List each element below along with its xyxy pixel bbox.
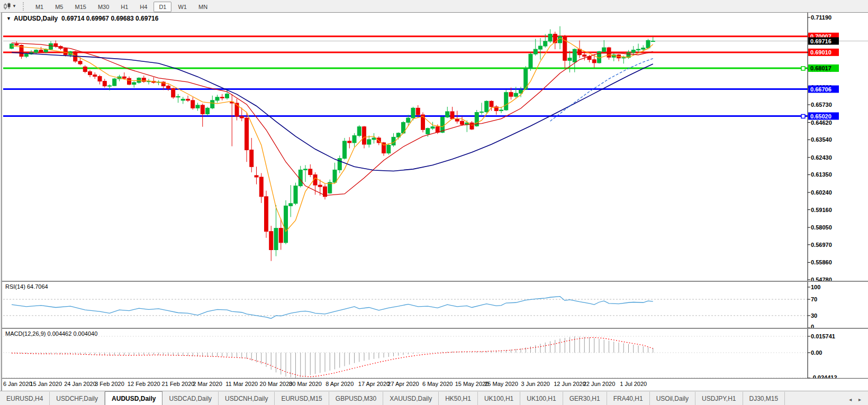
candle [500,110,503,111]
candle [206,108,210,114]
candle [103,81,106,86]
candle [348,141,351,143]
candle [450,112,454,119]
timeframe-button-m15[interactable]: M15 [69,2,91,12]
candle [128,78,131,84]
candle [509,93,513,97]
candle [171,88,175,97]
rsi-panel: RSI(14) 64.7064 10070300 [2,281,868,329]
date-axis-label: 2 Mar 2020 [193,381,222,387]
candle [504,93,508,110]
timeframe-button-h1[interactable]: H1 [115,2,133,12]
candle [416,108,420,115]
date-axis-label: 20 Mar 2020 [260,381,293,387]
candle [548,34,552,41]
candle [83,67,87,71]
candle [514,93,518,96]
price-level-box-label: 0.68017 [810,65,831,71]
candle [426,128,430,134]
chart-tab-eurusd-m15[interactable]: EURUSD,M15 [275,392,329,405]
date-axis-label: 24 Jan 2020 [64,381,96,387]
timeframe-button-m30[interactable]: M30 [93,2,114,12]
candle [24,54,28,57]
timeframe-button-w1[interactable]: W1 [173,2,192,12]
timeframe-button-m1[interactable]: M1 [30,2,49,12]
candle [78,61,82,64]
chart-tab-usdcad-daily[interactable]: USDCAD,Daily [162,392,219,405]
timeframe-button-d1[interactable]: D1 [153,2,171,12]
chart-type-button[interactable]: ▼ [0,2,20,11]
chart-tab-usoil-daily[interactable]: USOil,Daily [650,392,695,405]
timeframe-button-mn[interactable]: MN [193,2,213,12]
price-tick-label: 0.64620 [811,119,832,126]
chart-tab-bar: EURUSD,H4USDCHF,DailyAUDUSD,DailyUSDCAD,… [0,391,868,405]
chart-window: ▼AUDUSD,Daily 0.69714 0.69967 0.69683 0.… [1,12,868,391]
candle [39,50,43,52]
timeframe-button-h4[interactable]: H4 [134,2,152,12]
price-tick-label: 0.55860 [811,259,832,265]
level-line-handle[interactable] [801,114,805,118]
date-axis-label: 12 Feb 2020 [128,381,160,387]
price-tick-label: 0.56970 [811,242,832,248]
dropdown-caret-icon: ▼ [12,4,16,8]
candle [259,177,263,197]
chart-tab-dj30-m15[interactable]: DJ30,M15 [743,392,785,405]
price-level-box-label: 0.66706 [810,86,831,93]
price-level-box-label: 0.65020 [810,113,831,119]
price-tick-label: 0.63540 [811,136,832,143]
candle [602,48,606,52]
ma-fast-orange [12,38,653,232]
candle [592,60,596,63]
chart-tab-uk100-h1[interactable]: UK100,H1 [478,392,520,405]
candle [446,112,449,117]
candle [49,44,53,50]
candle [431,127,435,128]
candle [544,41,547,46]
chart-symbol-period: AUDUSD,Daily [14,15,58,22]
candle [294,186,297,204]
chart-tab-audusd-daily[interactable]: AUDUSD,Daily [105,391,162,405]
date-axis[interactable]: 6 Jan 202015 Jan 202024 Jan 20203 Feb 20… [2,378,868,391]
candle [122,77,126,78]
chart-dropdown-arrow-icon[interactable]: ▼ [6,16,11,21]
candle [387,145,391,153]
candle [558,36,562,43]
chart-tab-eurusd-h4[interactable]: EURUSD,H4 [0,392,50,405]
candle [490,101,493,107]
candle [201,105,204,114]
chart-tab-usdcnh-daily[interactable]: USDCNH,Daily [219,392,275,405]
chart-ohlc-values: 0.69714 0.69967 0.69683 0.69716 [61,15,159,22]
date-axis-label: 6 May 2020 [422,381,453,387]
candle [176,96,180,97]
date-axis-label: 25 May 2020 [484,381,518,387]
macd-signal-line [12,337,653,376]
tab-scroll-arrows[interactable]: ◂ ▸ [849,397,864,402]
candle [485,101,489,112]
price-tick-label: 0.61350 [811,171,832,178]
ma-slow-navy [12,52,653,171]
candle [529,54,532,68]
candle [113,79,116,86]
toolbar-separator [23,2,26,11]
date-axis-label: 21 Feb 2020 [162,381,195,387]
macd-label: MACD(12,26,9) 0.004462 0.004040 [5,330,97,337]
chart-tab-usdchf-daily[interactable]: USDCHF,Daily [50,392,105,405]
candle [455,119,459,122]
chart-tab-usdjpy-h1[interactable]: USDJPY,H1 [695,392,743,405]
chart-tab-xauusd-daily[interactable]: XAUUSD,Daily [383,392,439,405]
price-tick-label: 0.71190 [811,14,831,21]
chart-tab-ger30-h1[interactable]: GER30,H1 [563,392,607,405]
candle [289,204,293,206]
chart-tab-hk50-h1[interactable]: HK50,H1 [439,392,478,405]
candle [88,71,92,75]
candle [34,50,38,53]
candle [318,185,322,187]
level-line-handle[interactable] [801,67,805,70]
chart-tab-gbpusd-m30[interactable]: GBPUSD,M30 [329,392,383,405]
candle [406,118,410,122]
candle [460,121,464,124]
chart-tab-uk100-h1[interactable]: UK100,H1 [520,392,563,405]
timeframe-button-m5[interactable]: M5 [50,2,68,12]
chart-tab-fra40-h1[interactable]: FRA40,H1 [607,392,650,405]
date-axis-label: 15 May 2020 [455,381,489,387]
